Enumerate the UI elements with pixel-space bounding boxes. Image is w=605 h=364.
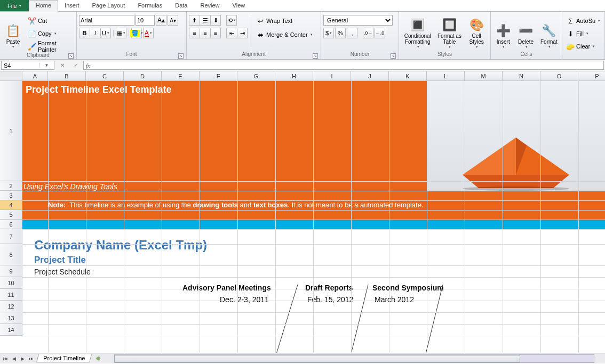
cell-styles-button[interactable]: 🎨Cell Styles [465, 13, 488, 50]
tab-insert[interactable]: Insert [58, 0, 86, 11]
column-header-C[interactable]: C [86, 71, 124, 81]
font-size-combo[interactable] [136, 15, 155, 26]
column-header-H[interactable]: H [275, 71, 313, 81]
fx-button[interactable]: fx [84, 62, 92, 69]
enter-formula-button[interactable]: ✓ [70, 62, 82, 68]
tab-page-layout[interactable]: Page Layout [86, 0, 132, 11]
font-name-combo[interactable] [79, 15, 134, 26]
row-header-4[interactable]: 4 [0, 200, 22, 210]
number-format-combo[interactable]: General [323, 15, 393, 26]
tab-file[interactable]: File [0, 0, 29, 11]
cut-button[interactable]: ✂️Cut [26, 15, 74, 27]
column-header-E[interactable]: E [162, 71, 200, 81]
name-box-input[interactable] [2, 62, 39, 69]
percent-button[interactable]: % [335, 28, 346, 38]
sheet-nav-prev[interactable]: ◀ [10, 354, 18, 363]
align-center-button[interactable]: ≡ [200, 28, 210, 38]
column-header-F[interactable]: F [200, 71, 237, 81]
copy-button[interactable]: 📄Copy [26, 28, 74, 39]
select-all-corner[interactable] [0, 71, 22, 81]
bold-button[interactable]: B [79, 28, 90, 38]
column-header-K[interactable]: K [389, 71, 427, 81]
column-header-N[interactable]: N [503, 71, 540, 81]
row-header-5[interactable]: 5 [0, 210, 22, 220]
column-header-A[interactable]: A [22, 71, 48, 81]
column-header-M[interactable]: M [465, 71, 503, 81]
row-header-11[interactable]: 11 [0, 289, 22, 301]
column-header-L[interactable]: L [427, 71, 465, 81]
increase-font-button[interactable]: A▴ [156, 15, 166, 26]
column-header-G[interactable]: G [237, 71, 275, 81]
border-button[interactable]: ▦ [116, 28, 126, 38]
grid[interactable]: Project Timeline Excel Template Using Ex… [22, 81, 605, 353]
new-sheet-button[interactable]: ✸ [93, 354, 104, 363]
decrease-indent-button[interactable]: ⇤ [226, 28, 237, 38]
italic-button[interactable]: I [90, 28, 100, 38]
sheet-nav-first[interactable]: ⏮ [1, 354, 10, 363]
align-middle-button[interactable]: ☰ [200, 15, 210, 26]
underline-button[interactable]: U [100, 28, 111, 38]
align-left-button[interactable]: ≡ [189, 28, 200, 38]
fill-button[interactable]: ⬇Fill [564, 28, 602, 39]
row-header-12[interactable]: 12 [0, 301, 22, 312]
clear-button[interactable]: 🧽Clear [564, 41, 602, 52]
row-header-3[interactable]: 3 [0, 191, 22, 200]
comma-button[interactable]: , [347, 28, 357, 38]
insert-cells-button[interactable]: ➕Insert [493, 13, 513, 50]
row-header-9[interactable]: 9 [0, 265, 22, 277]
horizontal-scrollbar[interactable] [114, 354, 594, 363]
align-top-button[interactable]: ⬆ [189, 15, 200, 26]
column-header-J[interactable]: J [351, 71, 389, 81]
format-cells-button[interactable]: 🔧Format [538, 13, 560, 50]
delete-cells-button[interactable]: ➖Delete [515, 13, 536, 50]
font-color-button[interactable]: A [143, 28, 154, 38]
align-bottom-button[interactable]: ⬇ [210, 15, 221, 26]
wrap-text-button[interactable]: ↩Wrap Text [254, 15, 314, 27]
row-header-13[interactable]: 13 [0, 312, 22, 324]
column-header-B[interactable]: B [48, 71, 86, 81]
increase-decimal-button[interactable]: .0→ [363, 28, 373, 38]
formula-input[interactable] [92, 62, 603, 69]
name-box[interactable]: ▼ [1, 61, 54, 70]
sheet-nav-next[interactable]: ▶ [18, 354, 27, 363]
decrease-decimal-button[interactable]: ←.0 [375, 28, 385, 38]
name-box-dropdown[interactable]: ▼ [39, 63, 54, 68]
column-header-P[interactable]: P [578, 71, 605, 81]
tab-formulas[interactable]: Formulas [131, 0, 169, 11]
sheet-tab-project-timeline[interactable]: Project Timeline [36, 354, 92, 362]
align-right-button[interactable]: ≡ [210, 28, 221, 38]
row-header-14[interactable]: 14 [0, 324, 22, 336]
conditional-formatting-button[interactable]: 🔳Conditional Formatting [401, 13, 434, 50]
tab-home[interactable]: Home [29, 0, 58, 12]
merge-center-button[interactable]: ⬌Merge & Center [254, 29, 314, 41]
clipboard-launcher[interactable]: ↘ [68, 53, 74, 59]
cancel-formula-button[interactable]: ✕ [57, 62, 68, 68]
orientation-button[interactable]: ⟲ [226, 15, 237, 26]
format-painter-button[interactable]: 🖌️Format Painter [26, 41, 74, 52]
column-header-I[interactable]: I [313, 71, 351, 81]
tab-review[interactable]: Review [194, 0, 226, 11]
row-header-10[interactable]: 10 [0, 277, 22, 289]
autosum-button[interactable]: ΣAutoSu [564, 15, 602, 27]
fill-color-button[interactable]: 🪣 [131, 28, 142, 38]
number-launcher[interactable]: ↘ [391, 53, 396, 59]
accounting-format-button[interactable]: $ [323, 28, 334, 38]
increase-indent-button[interactable]: ⇥ [237, 28, 248, 38]
row-header-8[interactable]: 8 [0, 244, 22, 265]
tab-data[interactable]: Data [169, 0, 194, 11]
alignment-launcher[interactable]: ↘ [313, 53, 318, 59]
paste-button[interactable]: 📋 Paste [2, 13, 24, 50]
row-header-7[interactable]: 7 [0, 229, 22, 244]
column-header-D[interactable]: D [124, 71, 162, 81]
row-header-1[interactable]: 1 [0, 81, 22, 181]
row-header-2[interactable]: 2 [0, 181, 22, 191]
scrollbar-thumb[interactable] [115, 355, 520, 362]
row-header-6[interactable]: 6 [0, 220, 22, 229]
column-headers: ABCDEFGHIJKLMNOP [22, 71, 605, 81]
decrease-font-button[interactable]: A▾ [168, 15, 178, 26]
format-as-table-button[interactable]: 🔲Format as Table [436, 13, 463, 50]
sheet-nav-last[interactable]: ⏭ [27, 354, 35, 363]
font-launcher[interactable]: ↘ [178, 53, 184, 59]
column-header-O[interactable]: O [540, 71, 578, 81]
tab-view[interactable]: View [226, 0, 252, 11]
